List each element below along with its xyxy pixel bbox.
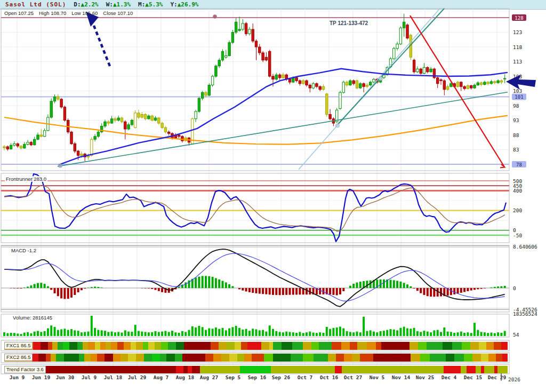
frontrunner-label: Frontrunner 283.0	[5, 176, 47, 182]
svg-text:118: 118	[513, 44, 522, 50]
svg-text:88: 88	[513, 132, 519, 138]
fxc1-label: FXC1 86.5	[4, 342, 33, 349]
overlay-lines	[4, 9, 508, 170]
svg-text:Sep 5: Sep 5	[226, 374, 241, 380]
svg-text:8.640606: 8.640606	[513, 244, 537, 250]
svg-text:Jun 30: Jun 30	[56, 374, 75, 380]
svg-text:Oct 16: Oct 16	[320, 374, 339, 380]
svg-text:18356524: 18356524	[513, 311, 537, 317]
volume-label: Volume: 2816145	[12, 315, 53, 321]
svg-text:Jul 18: Jul 18	[104, 374, 123, 380]
target-price-annotation: TP 121-133-472	[330, 20, 368, 26]
svg-text:Jul 29: Jul 29	[128, 374, 147, 380]
ohlc-high: High 108.70	[39, 10, 66, 16]
ohlc-low: Low 105.60	[71, 10, 98, 16]
ohlc-close: Close 107.10	[103, 10, 133, 16]
svg-text:Oct 7: Oct 7	[298, 374, 313, 380]
svg-text:400: 400	[513, 188, 522, 194]
svg-text:Nov 14: Nov 14	[392, 374, 411, 380]
fxc2-label: FXC2 86.5	[4, 354, 33, 361]
svg-text:Aug 18: Aug 18	[176, 374, 195, 380]
svg-text:Dec 4: Dec 4	[441, 374, 457, 380]
svg-text:93: 93	[513, 117, 519, 123]
trading-chart-window: Sasol Ltd (SOL) D:▲2.2% W:▲1.3% M:▲5.3% …	[0, 0, 546, 392]
svg-text:128: 128	[515, 15, 523, 21]
svg-text:54: 54	[513, 332, 519, 338]
svg-text:Dec 29: Dec 29	[488, 374, 507, 380]
indicator-layer	[3, 174, 508, 373]
svg-text:-50: -50	[513, 233, 522, 238]
svg-text:0: 0	[513, 285, 516, 291]
svg-text:Aug 27: Aug 27	[200, 374, 218, 380]
svg-text:Nov 5: Nov 5	[370, 374, 385, 380]
year-label: 2026	[508, 377, 520, 382]
svg-text:Sep 26: Sep 26	[272, 374, 291, 380]
axis-labels: 1281231181131081031019893888378500450400…	[10, 14, 537, 381]
svg-text:Jun 9: Jun 9	[10, 374, 25, 380]
svg-text:Oct 27: Oct 27	[344, 374, 362, 380]
ohlc-readout: Open 107.25 High 108.70 Low 105.60 Close…	[4, 10, 133, 16]
macd-label: MACD -1.2	[10, 247, 37, 253]
ohlc-open: Open 107.25	[4, 10, 34, 16]
svg-text:Jul 9: Jul 9	[82, 374, 97, 380]
svg-text:200: 200	[513, 207, 522, 213]
svg-text:Aug 7: Aug 7	[154, 374, 169, 380]
svg-text:113: 113	[513, 59, 522, 65]
svg-text:83: 83	[513, 147, 519, 153]
chart-canvas[interactable]: 1281231181131081031019893888378500450400…	[0, 0, 546, 392]
svg-text:78: 78	[516, 162, 522, 167]
svg-text:Dec 15: Dec 15	[464, 374, 483, 380]
svg-text:123: 123	[513, 29, 522, 35]
svg-text:Nov 25: Nov 25	[416, 374, 435, 380]
svg-text:103: 103	[513, 88, 522, 94]
trend-factor-label: Trend Factor 3.6	[4, 366, 46, 373]
svg-text:101: 101	[515, 94, 523, 100]
svg-text:98: 98	[513, 103, 519, 109]
candles-layer	[3, 14, 506, 162]
svg-text:Sep 16: Sep 16	[248, 374, 267, 380]
svg-text:Jun 19: Jun 19	[32, 374, 51, 380]
